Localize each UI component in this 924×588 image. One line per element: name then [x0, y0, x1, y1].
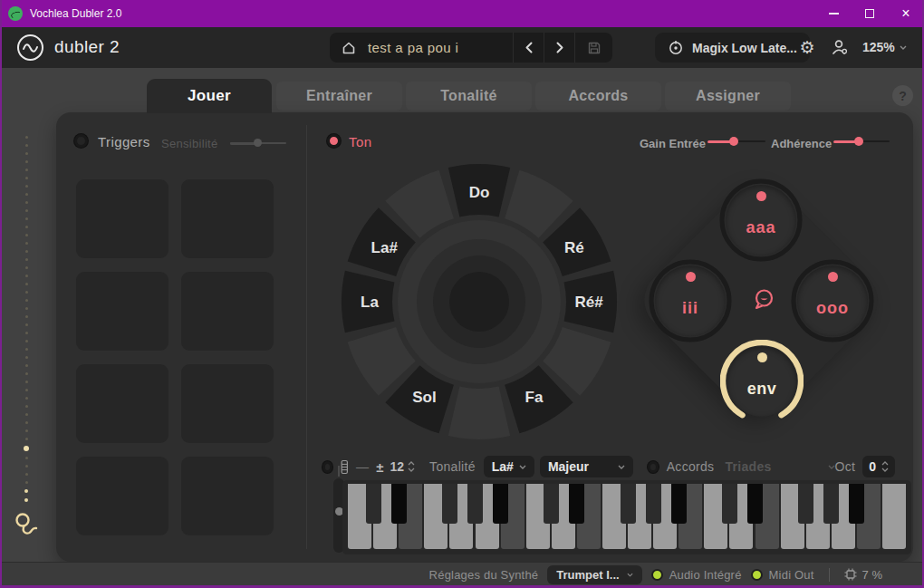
home-icon[interactable] — [330, 40, 368, 56]
maximize-button[interactable] — [852, 0, 888, 27]
trigger-pad-8[interactable] — [181, 457, 274, 535]
triggers-led[interactable] — [74, 134, 88, 148]
knob-iii-label: iii — [649, 299, 732, 318]
main-panel: Triggers Sensibilité Ton Gain Entrée Adh… — [56, 112, 913, 562]
meter-dot — [25, 389, 28, 391]
key-value: La# — [492, 459, 514, 474]
piano-keyboard[interactable] — [348, 484, 908, 549]
meter-dot — [25, 307, 28, 310]
ton-led[interactable] — [327, 134, 341, 148]
audio-status-label: Audio Intégré — [669, 568, 742, 582]
meter-dot — [25, 209, 28, 212]
black-key[interactable] — [621, 484, 636, 524]
trigger-pad-3[interactable] — [76, 272, 168, 351]
meter-dot — [25, 332, 28, 334]
black-key[interactable] — [442, 484, 457, 524]
black-key[interactable] — [671, 484, 687, 524]
knob-ooo[interactable]: ooo — [791, 259, 874, 342]
octave-value: 0 — [869, 459, 876, 474]
meter-dot — [25, 193, 28, 196]
pitch-bend-led[interactable] — [322, 461, 332, 473]
help-button[interactable]: ? — [892, 85, 913, 106]
midi-output-status[interactable]: Midi Out — [751, 568, 814, 582]
preset-bar: test a pa pou i — [330, 33, 612, 63]
knob-iii[interactable]: iii — [649, 259, 732, 342]
scale-dropdown[interactable]: Majeur — [540, 456, 633, 477]
wheel-note-label: La — [361, 294, 379, 311]
zoom-level-selector[interactable]: 125% — [862, 34, 907, 60]
black-key[interactable] — [467, 484, 483, 524]
trigger-pad-6[interactable] — [181, 364, 274, 443]
black-key[interactable] — [798, 484, 813, 524]
black-key[interactable] — [569, 484, 584, 524]
meter-dot — [25, 348, 28, 351]
tab-accords-label: Accords — [568, 88, 628, 104]
user-account-icon[interactable] — [826, 34, 853, 60]
tab-tonalite-label: Tonalité — [440, 88, 497, 104]
tab-jouer[interactable]: Jouer — [147, 79, 272, 113]
octave-stepper[interactable]: 0 — [862, 456, 895, 477]
bend-range-value[interactable]: 12 — [390, 459, 405, 474]
black-key[interactable] — [493, 484, 508, 524]
trigger-pad-4[interactable] — [181, 272, 274, 351]
preset-name[interactable]: test a pa pou i — [368, 40, 513, 55]
wheel-note-label: Ré# — [574, 294, 603, 311]
save-preset-icon[interactable] — [574, 33, 612, 63]
synth-preset-dropdown[interactable]: Trumpet I... — [547, 565, 641, 584]
wheel-segment-blank-6[interactable] — [448, 387, 510, 439]
footer-divider — [829, 568, 830, 582]
header: dubler 2 test a pa pou i Magix Low Late.… — [0, 27, 924, 68]
tab-tonalite[interactable]: Tonalité — [406, 82, 532, 111]
tab-assigner[interactable]: Assigner — [665, 82, 791, 111]
wheel-note-label: Ré — [564, 239, 584, 256]
minimize-button[interactable] — [815, 0, 852, 27]
audio-device-selector[interactable]: Magix Low Late... — [655, 33, 810, 63]
close-button[interactable]: × — [888, 0, 924, 27]
knob-aaa[interactable]: aaa — [719, 178, 803, 262]
audio-device-icon — [668, 40, 684, 56]
bend-range-stepper[interactable] — [408, 461, 415, 472]
meter-dot — [25, 275, 28, 277]
black-key[interactable] — [722, 484, 737, 524]
trigger-pad-5[interactable] — [76, 364, 168, 443]
cpu-chip-icon — [844, 568, 857, 581]
wheel-note-label: Sol — [412, 389, 436, 406]
titlebar: Vochlea Dubler 2.0 × — [0, 0, 924, 27]
audio-output-status[interactable]: Audio Intégré — [651, 568, 742, 582]
triggers-label: Triggers — [98, 134, 150, 149]
chord-type-dropdown[interactable]: Triades — [725, 459, 834, 474]
meter-dot — [25, 266, 28, 269]
black-key[interactable] — [646, 484, 661, 524]
black-key[interactable] — [849, 484, 864, 524]
gain-slider[interactable] — [707, 136, 765, 146]
preset-previous-button[interactable] — [513, 33, 544, 63]
adherence-slider[interactable] — [833, 136, 890, 146]
pitch-wheel[interactable]: DoRéRé#FaSolLaLa# — [333, 156, 625, 448]
meter-dot — [25, 242, 28, 245]
tab-entrainer[interactable]: Entraîner — [276, 82, 402, 111]
tab-accords[interactable]: Accords — [535, 82, 661, 111]
black-key[interactable] — [391, 484, 407, 524]
black-key[interactable] — [823, 484, 839, 524]
trigger-pad-7[interactable] — [76, 457, 168, 535]
settings-gear-icon[interactable]: ⚙ — [794, 34, 821, 60]
sensitivity-slider[interactable] — [230, 138, 286, 148]
trigger-pad-2[interactable] — [181, 179, 274, 258]
knob-env[interactable]: env — [720, 340, 804, 423]
knob-ooo-label: ooo — [791, 299, 874, 318]
meter-dot — [25, 258, 28, 261]
black-key[interactable] — [747, 484, 763, 524]
scale-value: Majeur — [548, 459, 589, 474]
white-key[interactable] — [882, 484, 906, 549]
synth-settings-label: Réglages du Synthé — [429, 568, 539, 582]
meter-dot — [25, 372, 28, 375]
microphone-icon[interactable] — [14, 511, 41, 549]
black-key[interactable] — [544, 484, 559, 524]
key-dropdown[interactable]: La# — [484, 456, 534, 477]
black-key[interactable] — [366, 484, 381, 524]
preset-next-button[interactable] — [544, 33, 574, 63]
fader-link — [338, 466, 340, 477]
accords-led[interactable] — [648, 461, 658, 473]
meter-dot — [25, 397, 28, 400]
trigger-pad-1[interactable] — [76, 179, 168, 258]
